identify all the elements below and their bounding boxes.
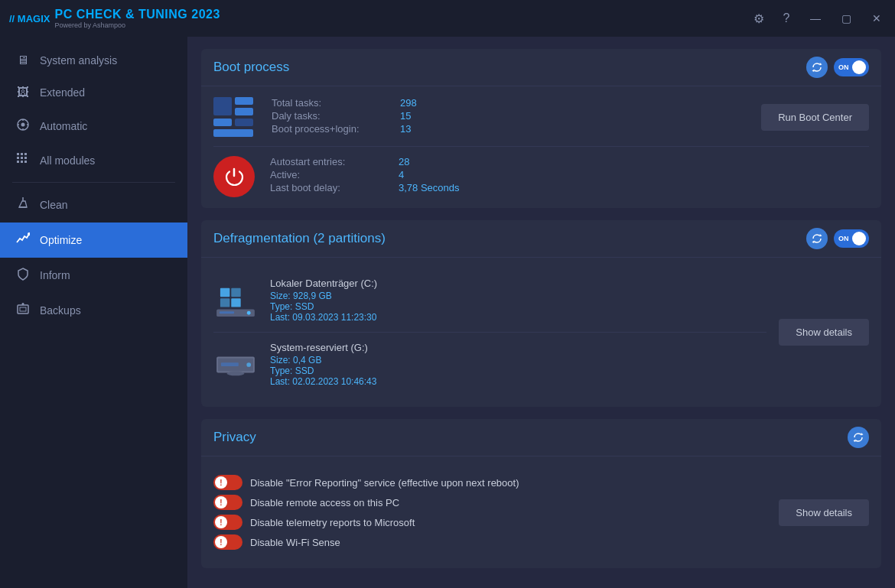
stat-label-active: Active: xyxy=(270,169,392,180)
sidebar-item-inform[interactable]: Inform xyxy=(0,258,187,293)
sidebar-item-label: System analysis xyxy=(40,54,117,67)
drive-size-g: Size: 0,4 GB xyxy=(270,355,766,365)
automatic-icon xyxy=(15,118,31,135)
privacy-toggle-1[interactable] xyxy=(213,495,242,510)
svg-rect-19 xyxy=(20,307,26,311)
sidebar-item-all-modules[interactable]: All modules xyxy=(0,144,187,177)
app-title-sub: Powered by Ashampoo xyxy=(54,21,220,29)
sidebar-item-label: Automatic xyxy=(40,120,87,132)
drive-icon-c xyxy=(213,282,258,319)
close-button[interactable]: ✕ xyxy=(867,9,886,28)
svg-marker-29 xyxy=(820,234,822,237)
sidebar-item-label: Backups xyxy=(40,304,81,317)
svg-marker-30 xyxy=(812,241,815,244)
privacy-toggle-0[interactable] xyxy=(213,475,242,490)
svg-rect-14 xyxy=(24,161,27,163)
privacy-item-3: Disable Wi-Fi Sense xyxy=(213,534,766,550)
grid-icon xyxy=(15,153,31,168)
titlebar-controls: ⚙ ? — ▢ ✕ xyxy=(751,9,886,28)
stat-value-active: 4 xyxy=(399,169,404,180)
svg-rect-7 xyxy=(21,153,23,155)
privacy-refresh-button[interactable] xyxy=(848,427,869,448)
svg-point-20 xyxy=(22,303,24,305)
sidebar-item-system-analysis[interactable]: 🖥 System analysis xyxy=(0,44,187,76)
sidebar-item-extended[interactable]: 🖼 Extended xyxy=(0,76,187,109)
magix-brand: // MAGIX xyxy=(9,13,50,24)
power-icon xyxy=(213,156,255,197)
svg-marker-21 xyxy=(820,63,822,66)
drive-last-label-g: Last: xyxy=(270,376,290,387)
sidebar-item-backups[interactable]: Backups xyxy=(0,293,187,328)
drive-info-c: Lokaler Datenträger (C:) Size: 928,9 GB … xyxy=(270,278,766,323)
svg-rect-28 xyxy=(213,129,253,137)
sidebar-item-label: All modules xyxy=(40,154,95,167)
privacy-header: Privacy xyxy=(201,419,881,456)
defrag-show-details-button[interactable]: Show details xyxy=(779,319,869,346)
boot-process-title: Boot process xyxy=(213,60,289,75)
svg-rect-27 xyxy=(235,119,253,126)
app-title-main: PC CHECK & TUNING 2023 xyxy=(54,8,220,21)
privacy-items-list: Disable "Error Reporting" service (effec… xyxy=(213,467,766,557)
stat-row-bootlogin: Boot process+login: 13 xyxy=(272,123,417,135)
drive-last-label-c: Last: xyxy=(270,312,290,323)
drive-size-value-g: 0,4 GB xyxy=(293,355,321,365)
stat-label-lastboot: Last boot delay: xyxy=(270,182,392,193)
privacy-show-details-button[interactable]: Show details xyxy=(779,499,869,526)
boot-toggle-label: ON xyxy=(838,63,849,71)
stat-row-lastboot: Last boot delay: 3,78 Seconds xyxy=(270,182,460,193)
drive-name-c: Lokaler Datenträger (C:) xyxy=(270,278,766,289)
backups-icon xyxy=(15,302,31,319)
drive-type-c: Type: SSD xyxy=(270,301,766,312)
boot-process-controls: ON xyxy=(806,57,869,78)
sidebar-item-automatic[interactable]: Automatic xyxy=(0,109,187,144)
svg-rect-10 xyxy=(21,157,23,159)
svg-marker-22 xyxy=(812,70,815,73)
boot-autostart-row: Autostart entries: 28 Active: 4 Last boo… xyxy=(213,156,869,197)
boot-toggle[interactable]: ON xyxy=(834,58,869,76)
stat-row-autostart: Autostart entries: 28 xyxy=(270,156,460,167)
sidebar-item-clean[interactable]: Clean xyxy=(0,187,187,223)
stat-row-daily: Daly tasks: 15 xyxy=(272,110,417,122)
minimize-button[interactable]: — xyxy=(806,9,825,28)
privacy-toggle-3[interactable] xyxy=(213,534,242,550)
defrag-toggle-label: ON xyxy=(838,235,849,242)
svg-point-42 xyxy=(227,371,245,375)
privacy-item-label-1: Disable remote access on this PC xyxy=(250,497,399,508)
defrag-controls: ON xyxy=(806,228,869,249)
defrag-card: Defragmentation (2 partitions) ON xyxy=(201,220,881,407)
svg-marker-44 xyxy=(854,440,856,443)
boot-process-body: Total tasks: 298 Daly tasks: 15 Boot pro… xyxy=(201,86,881,208)
privacy-item-label-3: Disable Wi-Fi Sense xyxy=(250,537,340,548)
drive-last-value-c: 09.03.2023 11:23:30 xyxy=(292,312,376,323)
stat-value-autostart: 28 xyxy=(399,156,409,167)
defrag-refresh-button[interactable] xyxy=(806,228,828,249)
settings-icon[interactable]: ⚙ xyxy=(751,11,766,26)
privacy-toggle-2[interactable] xyxy=(213,515,242,530)
boot-process-card: Boot process ON xyxy=(201,49,881,208)
boot-refresh-button[interactable] xyxy=(806,57,828,78)
svg-rect-13 xyxy=(21,161,23,163)
run-boot-center-button[interactable]: Run Boot Center xyxy=(761,104,869,131)
boot-divider xyxy=(213,146,869,147)
svg-rect-12 xyxy=(17,161,19,163)
svg-rect-34 xyxy=(231,298,240,307)
privacy-item-0: Disable "Error Reporting" service (effec… xyxy=(213,475,766,490)
drive-size-label-g: Size: xyxy=(270,355,291,365)
stat-row-total: Total tasks: 298 xyxy=(272,97,417,109)
defrag-toggle[interactable]: ON xyxy=(834,229,869,248)
svg-point-36 xyxy=(247,310,251,314)
boot-action-area: Run Boot Center xyxy=(761,104,869,131)
drive-last-value-g: 02.02.2023 10:46:43 xyxy=(292,376,376,387)
drive-type-g: Type: SSD xyxy=(270,365,766,376)
svg-rect-6 xyxy=(17,153,19,155)
defrag-toggle-knob xyxy=(852,232,866,245)
sidebar-item-optimize[interactable]: Optimize xyxy=(0,223,187,258)
drive-row-g: System-reserviert (G:) Size: 0,4 GB Type… xyxy=(213,332,766,396)
broom-icon xyxy=(15,197,31,213)
help-icon[interactable]: ? xyxy=(779,11,794,25)
privacy-toggle-knob-2 xyxy=(215,516,227,528)
maximize-button[interactable]: ▢ xyxy=(837,9,855,28)
drive-size-c: Size: 928,9 GB xyxy=(270,291,766,301)
svg-rect-37 xyxy=(220,311,234,313)
sidebar-item-label: Extended xyxy=(40,86,85,99)
